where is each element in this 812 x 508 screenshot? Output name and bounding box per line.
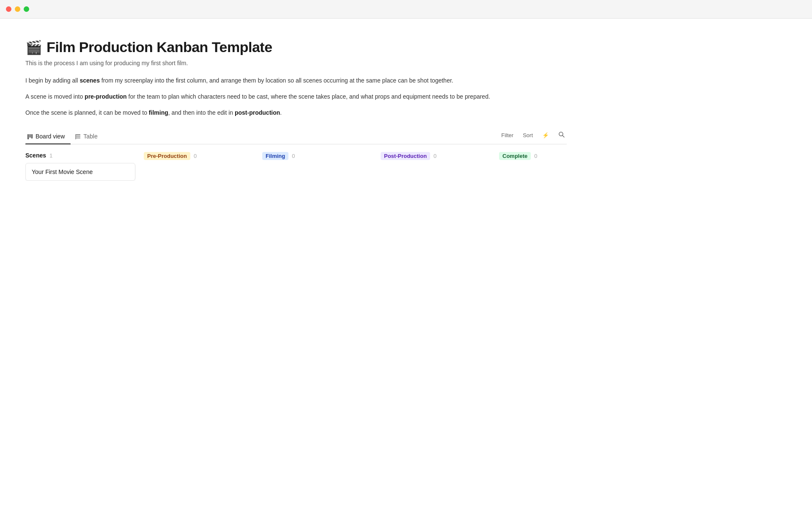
filter-label: Filter — [501, 132, 513, 138]
view-tabs-container: Board view Table Filter — [25, 130, 567, 144]
column-label-complete: Complete — [499, 152, 531, 160]
filter-button[interactable]: Filter — [499, 131, 515, 139]
kanban-column-complete: Complete0 — [499, 152, 567, 164]
sort-label: Sort — [523, 132, 533, 138]
page-subtitle: This is the process I am using for produ… — [25, 60, 567, 66]
svg-rect-1 — [30, 134, 31, 138]
page-emoji: 🎬 — [25, 39, 42, 55]
column-header-pre-production: Pre-Production0 — [144, 152, 254, 160]
desc1-bold: scenes — [80, 77, 99, 84]
desc3-bold2: post-production — [235, 109, 280, 116]
column-header-scenes: Scenes1 — [25, 152, 135, 159]
page-title: Film Production Kanban Template — [47, 39, 272, 55]
desc3-suffix: . — [280, 109, 282, 116]
column-count-scenes: 1 — [49, 152, 52, 159]
description-3: Once the scene is planned, it can be mov… — [25, 108, 567, 118]
column-label-filming: Filming — [262, 152, 288, 160]
kanban-column-post-production: Post-Production0 — [381, 152, 491, 164]
column-count-pre-production: 0 — [194, 153, 197, 159]
tab-table-label: Table — [83, 133, 97, 140]
column-label-scenes: Scenes — [25, 152, 46, 159]
tab-board-label: Board view — [36, 133, 65, 140]
table-icon — [75, 133, 81, 140]
desc3-bold1: filming — [149, 109, 168, 116]
svg-rect-2 — [31, 134, 33, 138]
column-header-post-production: Post-Production0 — [381, 152, 491, 160]
kanban-column-pre-production: Pre-Production0 — [144, 152, 254, 164]
toolbar-right: Filter Sort ⚡ — [499, 130, 567, 144]
page-title-row: 🎬 Film Production Kanban Template — [25, 39, 567, 55]
kanban-board: Scenes1Your First Movie ScenePre-Product… — [25, 152, 567, 181]
svg-line-8 — [562, 135, 564, 137]
traffic-light-yellow[interactable] — [15, 6, 20, 12]
sort-button[interactable]: Sort — [521, 131, 535, 139]
tab-table[interactable]: Table — [73, 130, 103, 144]
traffic-light-red[interactable] — [6, 6, 11, 12]
kanban-column-filming: Filming0 — [262, 152, 372, 164]
desc1-prefix: I begin by adding all — [25, 77, 80, 84]
column-label-post-production: Post-Production — [381, 152, 430, 160]
kanban-card[interactable]: Your First Movie Scene — [25, 163, 135, 181]
column-count-filming: 0 — [292, 153, 295, 159]
flash-button[interactable]: ⚡ — [540, 131, 551, 139]
column-count-post-production: 0 — [433, 153, 436, 159]
description-1: I begin by adding all scenes from my scr… — [25, 76, 567, 86]
column-label-pre-production: Pre-Production — [144, 152, 190, 160]
column-count-complete: 0 — [534, 153, 537, 159]
svg-rect-6 — [75, 134, 76, 139]
desc2-suffix: for the team to plan which characters ne… — [127, 93, 490, 100]
tabs-left: Board view Table — [25, 130, 106, 144]
board-view-icon — [27, 133, 33, 140]
titlebar — [0, 0, 812, 19]
kanban-column-scenes: Scenes1Your First Movie Scene — [25, 152, 135, 181]
main-content: 🎬 Film Production Kanban Template This i… — [0, 19, 592, 198]
traffic-light-green[interactable] — [24, 6, 29, 12]
tab-board-view[interactable]: Board view — [25, 130, 71, 144]
desc2-prefix: A scene is moved into — [25, 93, 85, 100]
desc2-bold: pre-production — [85, 93, 127, 100]
desc1-suffix: from my screenplay into the first column… — [100, 77, 453, 84]
description-2: A scene is moved into pre-production for… — [25, 92, 567, 102]
desc3-middle: , and then into the edit in — [168, 109, 235, 116]
flash-icon: ⚡ — [542, 132, 549, 138]
column-header-complete: Complete0 — [499, 152, 567, 160]
svg-rect-0 — [27, 134, 29, 139]
search-icon — [558, 131, 565, 139]
search-button[interactable] — [557, 130, 567, 140]
desc3-prefix: Once the scene is planned, it can be mov… — [25, 109, 149, 116]
column-header-filming: Filming0 — [262, 152, 372, 160]
